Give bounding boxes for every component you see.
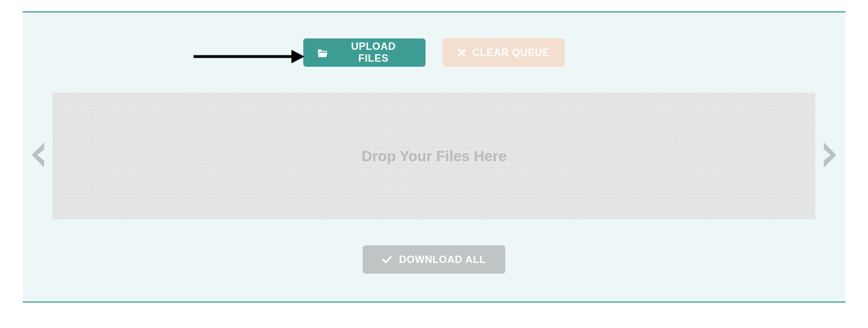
svg-marker-3 xyxy=(824,143,836,167)
svg-marker-2 xyxy=(32,143,44,167)
clear-queue-label: CLEAR QUEUE xyxy=(472,47,550,59)
page-container: UPLOAD FILES CLEAR QUEUE Drop Your xyxy=(0,0,868,328)
bottom-action-row: DOWNLOAD ALL xyxy=(23,245,845,274)
dropzone-placeholder: Drop Your Files Here xyxy=(362,148,506,165)
checkmark-icon xyxy=(382,256,392,264)
upload-files-button[interactable]: UPLOAD FILES xyxy=(303,38,426,67)
carousel-next-button[interactable] xyxy=(824,139,836,173)
download-all-label: DOWNLOAD ALL xyxy=(399,254,485,266)
folder-open-icon xyxy=(317,48,328,57)
dropzone-wrap: Drop Your Files Here xyxy=(23,93,845,219)
divider-bottom xyxy=(23,301,845,303)
file-dropzone[interactable]: Drop Your Files Here xyxy=(53,93,815,219)
top-action-row: UPLOAD FILES CLEAR QUEUE xyxy=(23,12,845,67)
upload-panel: UPLOAD FILES CLEAR QUEUE Drop Your xyxy=(23,12,845,301)
clear-queue-button[interactable]: CLEAR QUEUE xyxy=(442,38,565,67)
upload-files-label: UPLOAD FILES xyxy=(335,41,412,64)
carousel-prev-button[interactable] xyxy=(32,139,44,173)
download-all-button[interactable]: DOWNLOAD ALL xyxy=(363,245,505,274)
close-icon xyxy=(458,49,466,57)
